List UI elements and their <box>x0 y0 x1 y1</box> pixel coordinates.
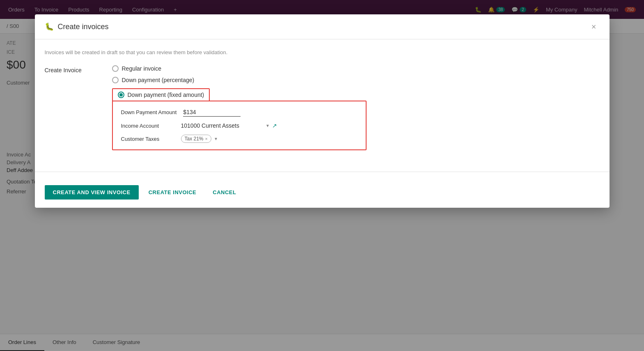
customer-taxes-dropdown-arrow[interactable]: ▾ <box>215 136 217 142</box>
down-payment-fields: Down Payment Amount Income Account 10100… <box>112 101 367 150</box>
modal-body: Invoices will be created in draft so tha… <box>35 39 610 165</box>
income-account-label: Income Account <box>121 123 174 129</box>
cancel-button[interactable]: CANCEL <box>206 185 243 200</box>
radio-fixed-input[interactable] <box>118 92 124 98</box>
down-payment-fixed-section: Down payment (fixed amount) Down Payment… <box>112 88 367 150</box>
tax-badge-close-icon[interactable]: × <box>205 136 208 141</box>
create-invoice-section: Create Invoice Regular invoice Down paym… <box>45 65 600 150</box>
tax-badge: Tax 21% × <box>181 135 211 143</box>
down-payment-amount-input[interactable] <box>183 108 241 117</box>
customer-taxes-row: Customer Taxes Tax 21% × ▾ <box>121 135 358 143</box>
income-account-external-link-icon[interactable]: ↗ <box>272 122 277 129</box>
radio-fixed-highlighted: Down payment (fixed amount) <box>112 88 210 101</box>
modal-header: 🐛 Create invoices × <box>35 14 610 39</box>
create-invoices-modal: 🐛 Create invoices × Invoices will be cre… <box>35 14 610 208</box>
down-payment-amount-label: Down Payment Amount <box>121 109 177 115</box>
create-invoice-label: Create Invoice <box>45 65 102 150</box>
radio-regular-label: Regular invoice <box>122 65 162 72</box>
invoice-options: Regular invoice Down payment (percentage… <box>112 65 367 150</box>
radio-percentage-input[interactable] <box>112 77 119 83</box>
income-account-value[interactable]: 101000 Current Assets <box>181 122 263 129</box>
modal-subtitle: Invoices will be created in draft so tha… <box>45 49 600 55</box>
customer-taxes-field: Tax 21% × ▾ <box>181 135 284 143</box>
radio-down-payment-percentage[interactable]: Down payment (percentage) <box>112 77 367 83</box>
radio-percentage-label: Down payment (percentage) <box>122 77 195 83</box>
down-payment-amount-row: Down Payment Amount <box>121 108 358 117</box>
radio-fixed-label: Down payment (fixed amount) <box>128 92 204 98</box>
modal-separator <box>35 172 610 172</box>
modal-title: Create invoices <box>58 23 588 31</box>
modal-footer: CREATE AND VIEW INVOICE CREATE INVOICE C… <box>35 179 610 208</box>
income-account-dropdown-arrow[interactable]: ▾ <box>266 123 269 128</box>
radio-regular-invoice[interactable]: Regular invoice <box>112 65 367 72</box>
create-invoice-button[interactable]: CREATE INVOICE <box>142 185 203 200</box>
modal-bug-icon: 🐛 <box>45 22 54 31</box>
customer-taxes-label: Customer Taxes <box>121 136 174 142</box>
modal-close-button[interactable]: × <box>588 21 600 32</box>
tax-badge-label: Tax 21% <box>185 136 204 142</box>
income-account-row: Income Account 101000 Current Assets ▾ ↗ <box>121 122 358 129</box>
income-account-field: 101000 Current Assets ▾ ↗ <box>181 122 277 129</box>
radio-regular-input[interactable] <box>112 65 119 72</box>
create-and-view-invoice-button[interactable]: CREATE AND VIEW INVOICE <box>45 185 139 200</box>
